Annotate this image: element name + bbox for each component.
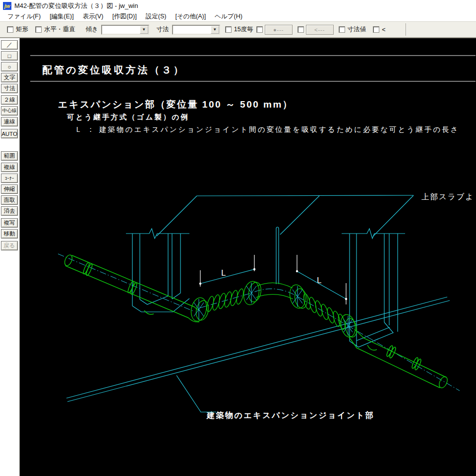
sidebar-item-extend[interactable]: 伸縮	[1, 184, 18, 194]
menu-edit[interactable]: [編集(E)]	[45, 12, 78, 21]
menu-other[interactable]: [その他(A)]	[171, 12, 210, 21]
dimension-combobox-value	[173, 26, 211, 34]
sidebar-item-move[interactable]: 移動	[1, 229, 18, 238]
every-15deg-checkbox[interactable]	[225, 26, 232, 33]
right-hanger-channel	[342, 229, 405, 347]
window-title: M42-配管の変位吸収方法（３）図 - jw_win	[14, 1, 138, 10]
sidebar-item-auto[interactable]: AUTO	[1, 129, 18, 138]
center-joint-hanger	[276, 227, 279, 284]
slope-label: 傾き	[86, 25, 98, 34]
rect-checkbox-label: 矩形	[16, 25, 28, 34]
slope-combobox-value	[102, 26, 140, 34]
less-than-label: <	[382, 26, 385, 33]
dot-line-button[interactable]: ●---	[265, 25, 293, 35]
arrow-line-checkbox[interactable]	[298, 26, 304, 33]
toolbar: 矩形 水平・垂直 傾き ▼ 寸法 ▼ 15度毎 ●--- <--- 寸法値 <	[0, 21, 476, 38]
sidebar-item-range[interactable]: 範囲	[1, 151, 18, 161]
subheading: 可とう継手方式（ゴム製）の例	[66, 113, 189, 121]
every-15deg-label: 15度毎	[234, 25, 253, 34]
sidebar-item-dimension[interactable]: 寸法	[1, 84, 18, 93]
dot-line-checkbox[interactable]	[256, 26, 263, 33]
sidebar-item-rectangle[interactable]: □	[1, 51, 18, 60]
sidebar-item-offset[interactable]: 複線	[1, 163, 18, 172]
toolbar-separator	[406, 23, 407, 36]
upper-slab-outline	[157, 195, 414, 237]
label-building-joint: 建築物のエキスパンションジョイント部	[206, 411, 374, 419]
menu-bar: ファイル(F) [編集(E)] 表示(V) [作図(D)] 設定(S) [その他…	[0, 12, 476, 21]
sidebar-item-centerline[interactable]: 中心線	[1, 106, 18, 116]
menu-draw[interactable]: [作図(D)]	[108, 12, 141, 21]
window-titlebar[interactable]: jw M42-配管の変位吸収方法（３）図 - jw_win	[0, 0, 476, 12]
bottom-leader-line	[177, 375, 216, 412]
sidebar-item-polyline[interactable]: 連線	[1, 117, 18, 126]
sidebar-item-erase[interactable]: 消去	[1, 206, 18, 216]
rect-checkbox[interactable]	[7, 26, 13, 33]
dimension-combobox[interactable]: ▼	[172, 25, 220, 35]
sidebar-item-chamfer[interactable]: 面取	[1, 195, 18, 205]
dim-label-left: L	[221, 268, 226, 278]
sheet-title: 配管の変位吸収方法（３）	[42, 64, 185, 75]
drawing-canvas[interactable]: 配管の変位吸収方法（３） エキスパンション部（変位量 100 ～ 500 mm）…	[20, 38, 476, 476]
dim-value-label: 寸法値	[348, 25, 366, 34]
label-upper-slab: 上部スラブよ	[421, 192, 474, 201]
horizontal-vertical-label: 水平・垂直	[44, 25, 75, 34]
sidebar-item-circle[interactable]: ○	[1, 62, 18, 71]
sidebar-item-undo[interactable]: 戻る	[1, 241, 18, 250]
flexible-joint-bellows	[189, 280, 358, 338]
dim-value-checkbox[interactable]	[339, 26, 345, 33]
dimension-label: 寸法	[157, 25, 169, 34]
dimension-left	[199, 255, 255, 287]
menu-file[interactable]: ファイル(F)	[3, 12, 45, 21]
app-icon: jw	[3, 2, 11, 10]
pipe-right-run	[349, 329, 449, 389]
arrow-line-button[interactable]: <---	[306, 25, 334, 35]
cad-drawing: 配管の変位吸収方法（３） エキスパンション部（変位量 100 ～ 500 mm）…	[20, 38, 476, 476]
menu-view[interactable]: 表示(V)	[78, 12, 108, 21]
pipe-centerline	[58, 254, 460, 391]
heading: エキスパンション部（変位量 100 ～ 500 mm）	[58, 99, 293, 110]
jw-win-window: jw M42-配管の変位吸収方法（３）図 - jw_win ファイル(F) [編…	[0, 0, 476, 476]
sidebar-item-two-lines[interactable]: ２線	[1, 95, 18, 105]
menu-settings[interactable]: 設定(S)	[141, 12, 171, 21]
less-than-checkbox[interactable]	[373, 26, 379, 33]
legend-line: Ｌ ： 建築物のエキスパンションジョイント間の変位量を吸収するために必要な可とう…	[75, 125, 459, 133]
horizontal-vertical-checkbox[interactable]	[35, 26, 42, 33]
menu-help[interactable]: ヘルプ(H)	[210, 12, 247, 21]
slope-combobox[interactable]: ▼	[101, 25, 149, 35]
sidebar-item-text[interactable]: 文字	[1, 73, 18, 82]
chevron-down-icon[interactable]: ▼	[140, 26, 148, 34]
sidebar-item-line[interactable]: ／	[1, 40, 18, 50]
sidebar-item-corner[interactable]: ｺｰﾅｰ	[1, 174, 18, 183]
chevron-down-icon[interactable]: ▼	[211, 26, 219, 34]
flange-spokes	[194, 283, 353, 336]
sidebar-item-copy[interactable]: 複写	[1, 218, 18, 228]
tool-sidebar: ／ □ ○ 文字 寸法 ２線 中心線 連線 AUTO 範囲 複線 ｺｰﾅｰ 伸縮…	[0, 38, 20, 476]
pipe-left-run	[63, 254, 200, 322]
left-hanger-channel	[126, 229, 189, 312]
